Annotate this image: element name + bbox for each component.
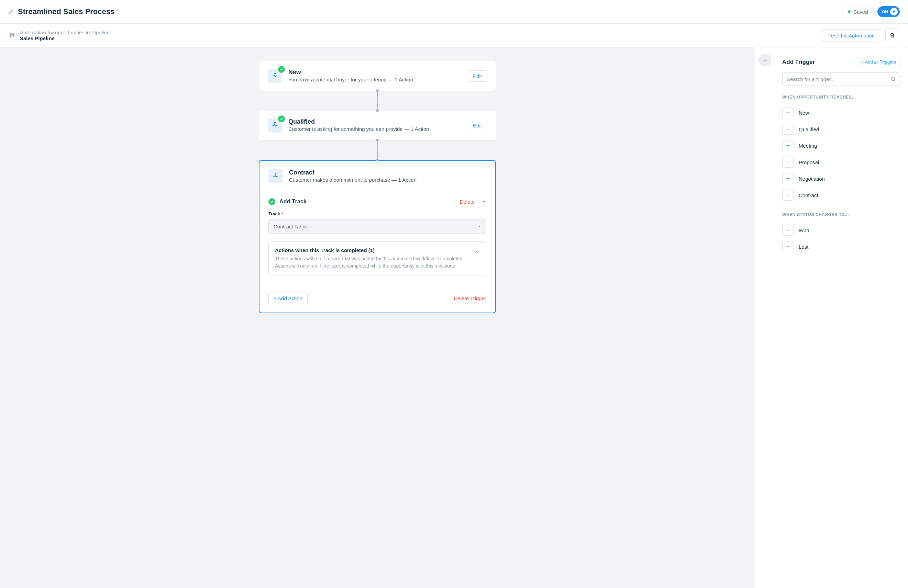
card-text: Qualified Customer is asking for somethi… bbox=[288, 118, 429, 132]
trigger-card-contract-expanded: Contract Customer makes a commitment to … bbox=[259, 160, 496, 313]
trigger-group-reaches: −New−Qualified+Meeting+Proposal+Negotiat… bbox=[782, 104, 900, 203]
trigger-label: Qualified bbox=[799, 126, 819, 132]
card-title: Qualified bbox=[288, 118, 429, 125]
trash-icon bbox=[889, 33, 895, 38]
trigger-search[interactable] bbox=[782, 72, 900, 86]
remove-trigger-button[interactable]: − bbox=[782, 241, 794, 252]
trigger-row[interactable]: +Negotiation bbox=[782, 170, 900, 187]
add-track-section: Add Track Delete Track * bbox=[259, 192, 495, 284]
remove-trigger-button[interactable]: − bbox=[782, 225, 794, 236]
remove-trigger-button[interactable]: − bbox=[782, 107, 794, 118]
chevron-down-icon bbox=[475, 249, 480, 254]
svg-point-4 bbox=[275, 122, 275, 123]
on-toggle[interactable]: ON bbox=[877, 6, 900, 17]
svg-point-3 bbox=[275, 73, 275, 74]
card-footer: + Add Action Delete Trigger bbox=[259, 284, 495, 313]
saved-label: Saved bbox=[853, 9, 868, 15]
sidebar-title: Add Trigger bbox=[782, 59, 815, 66]
sidebar-header: Add Trigger + Add all Triggers bbox=[782, 57, 900, 67]
check-badge-icon bbox=[278, 66, 285, 73]
trigger-card-qualified[interactable]: Qualified Customer is asking for somethi… bbox=[259, 111, 496, 140]
subheader-left: Automation for opportunities in Pipeline… bbox=[9, 29, 111, 41]
required-star: * bbox=[282, 211, 283, 216]
flow-column: New You have a potential buyer for your … bbox=[0, 61, 755, 313]
add-trigger-button[interactable]: + bbox=[782, 140, 794, 151]
edit-button[interactable]: Edit bbox=[468, 120, 487, 131]
delete-automation-button[interactable] bbox=[885, 29, 899, 42]
expanded-header: Contract Customer makes a commitment to … bbox=[259, 161, 495, 192]
topbar-right: Saved ON bbox=[842, 6, 900, 17]
trigger-group-status: −Won−Lost bbox=[782, 222, 900, 255]
add-all-triggers-button[interactable]: + Add all Triggers bbox=[857, 57, 900, 67]
remove-trigger-button[interactable]: − bbox=[782, 124, 794, 135]
track-select[interactable]: Contract Tasks bbox=[269, 219, 486, 234]
add-action-button[interactable]: + Add Action bbox=[269, 292, 307, 305]
test-automation-button[interactable]: Test this Automation bbox=[822, 29, 881, 42]
trigger-label: Lost bbox=[799, 244, 808, 250]
card-icon-wrap bbox=[268, 118, 282, 133]
trigger-label: New bbox=[799, 110, 809, 116]
trigger-row[interactable]: +Proposal bbox=[782, 154, 900, 170]
connector-line bbox=[377, 91, 378, 111]
panel-text: Actions when this Track is completed (1)… bbox=[275, 247, 471, 270]
sidebar: Add Trigger + Add all Triggers WHEN OPPO… bbox=[774, 47, 908, 588]
trigger-row[interactable]: −Won bbox=[782, 222, 900, 238]
search-input[interactable] bbox=[787, 76, 890, 82]
card-icon-wrap bbox=[268, 69, 282, 83]
card-text: New You have a potential buyer for your … bbox=[288, 69, 413, 82]
add-trigger-button[interactable]: + bbox=[782, 173, 794, 184]
svg-rect-0 bbox=[10, 33, 11, 37]
group-label-status: WHEN STATUS CHANGES TO... bbox=[782, 212, 900, 217]
trigger-label: Contract bbox=[799, 192, 818, 198]
add-trigger-button[interactable]: + bbox=[782, 157, 794, 168]
edit-button[interactable]: Edit bbox=[468, 71, 487, 82]
trigger-label: Negotiation bbox=[799, 176, 825, 182]
plus-icon bbox=[762, 57, 768, 63]
topbar: Streamlined Sales Process Saved ON bbox=[0, 0, 908, 24]
trigger-row[interactable]: −Qualified bbox=[782, 121, 900, 137]
add-trigger-fab[interactable] bbox=[758, 54, 771, 67]
card-title: Contract bbox=[289, 169, 417, 176]
trigger-row[interactable]: −New bbox=[782, 104, 900, 121]
trigger-label: Won bbox=[799, 227, 809, 233]
automation-description: Automation for opportunities in Pipeline… bbox=[20, 29, 111, 35]
saved-dot-icon bbox=[848, 10, 851, 13]
svg-point-6 bbox=[892, 77, 895, 80]
flow-canvas: New You have a potential buyer for your … bbox=[0, 47, 755, 588]
trigger-card-new[interactable]: New You have a potential buyer for your … bbox=[259, 61, 496, 91]
on-label: ON bbox=[882, 10, 889, 14]
chevron-up-icon[interactable] bbox=[481, 199, 486, 204]
pencil-icon[interactable] bbox=[8, 9, 14, 14]
pipeline-columns-icon bbox=[9, 32, 15, 39]
completed-actions-panel[interactable]: Actions when this Track is completed (1)… bbox=[269, 241, 486, 275]
trigger-row[interactable]: +Meeting bbox=[782, 137, 900, 154]
svg-point-5 bbox=[275, 173, 276, 174]
card-subtitle: Customer is asking for something you can… bbox=[288, 126, 429, 132]
delete-trigger-link[interactable]: Delete Trigger bbox=[454, 296, 486, 301]
right-rail bbox=[755, 47, 774, 588]
section-title: Add Track bbox=[279, 199, 307, 205]
remove-trigger-button[interactable]: − bbox=[782, 190, 794, 201]
svg-rect-2 bbox=[13, 33, 14, 37]
trigger-label: Meeting bbox=[799, 143, 817, 149]
track-label: Track * bbox=[269, 211, 486, 216]
search-icon bbox=[890, 77, 896, 82]
main: New You have a potential buyer for your … bbox=[0, 47, 908, 588]
saved-indicator: Saved bbox=[842, 6, 874, 17]
select-value: Contract Tasks bbox=[274, 223, 307, 230]
check-circle-icon bbox=[269, 198, 275, 205]
card-left: Qualified Customer is asking for somethi… bbox=[268, 118, 429, 133]
trigger-row[interactable]: −Contract bbox=[782, 187, 900, 203]
section-header-left: Add Track bbox=[269, 198, 307, 205]
trigger-row[interactable]: −Lost bbox=[782, 238, 900, 255]
card-subtitle: Customer makes a commitment to purchase … bbox=[289, 177, 417, 183]
card-subtitle: You have a potential buyer for your offe… bbox=[288, 77, 413, 82]
trigger-label: Proposal bbox=[799, 159, 819, 165]
panel-description: These actions will run if a track that w… bbox=[275, 255, 471, 270]
svg-rect-1 bbox=[12, 33, 13, 36]
card-text: Contract Customer makes a commitment to … bbox=[289, 169, 417, 183]
delete-action-link[interactable]: Delete bbox=[460, 199, 475, 205]
page-title: Streamlined Sales Process bbox=[18, 7, 114, 16]
section-header: Add Track Delete bbox=[269, 198, 486, 205]
section-header-right: Delete bbox=[460, 199, 486, 205]
